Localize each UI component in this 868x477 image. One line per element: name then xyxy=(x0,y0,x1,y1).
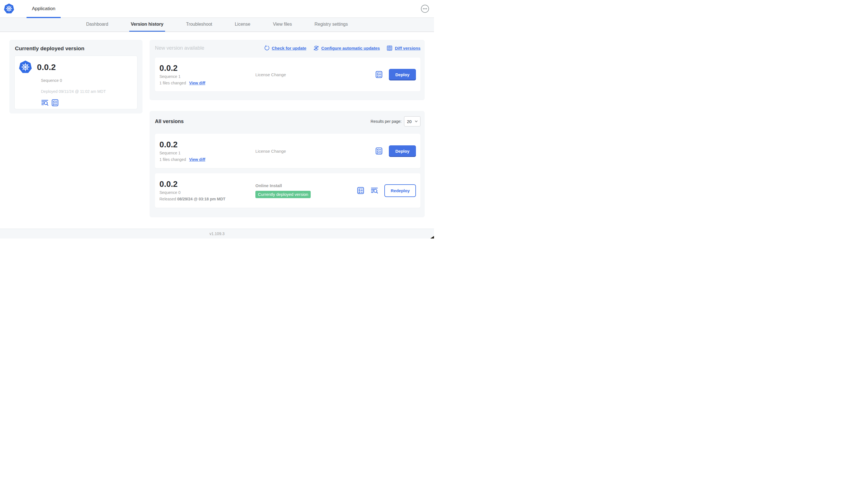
tab-troubleshoot[interactable]: Troubleshoot xyxy=(184,18,214,32)
current-version-meta: Sequence 0 Deployed 09/11/24 @ 11:02 am … xyxy=(41,78,133,107)
version-info: 0.0.2 Sequence 1 1 files changed View di… xyxy=(159,140,255,162)
more-options-icon[interactable] xyxy=(421,4,429,13)
current-version-actions xyxy=(41,99,133,107)
version-action-links: Check for update Configure automatic upd… xyxy=(264,45,421,51)
all-versions-header: All versions Results per page: 20 xyxy=(155,116,421,126)
diff-versions-link[interactable]: Diff versions xyxy=(386,45,421,51)
files-changed-row: 1 files changed View diff xyxy=(159,157,255,162)
all-versions-section: All versions Results per page: 20 0.0.2 … xyxy=(150,111,425,217)
version-info: 0.0.2 Sequence 0 Released 08/29/24 @ 03:… xyxy=(159,180,255,201)
left-column: Currently deployed version xyxy=(9,40,143,229)
kots-admin-console: { "header": { "app_tab_label": "Applicat… xyxy=(0,0,434,239)
active-tab-underline xyxy=(27,17,61,18)
view-deploy-logs-icon[interactable] xyxy=(371,186,378,195)
current-version-number: 0.0.2 xyxy=(37,62,56,72)
version-source-col: Online Install Currently deployed versio… xyxy=(255,183,357,198)
redeploy-button[interactable]: Redeploy xyxy=(384,184,416,197)
files-changed-row: 1 files changed View diff xyxy=(159,81,255,85)
view-diff-link[interactable]: View diff xyxy=(189,81,205,85)
configure-automatic-updates-link[interactable]: Configure automatic updates xyxy=(313,45,380,51)
tab-license[interactable]: License xyxy=(233,18,252,32)
preflight-checks-icon[interactable] xyxy=(357,186,365,195)
currently-deployed-title: Currently deployed version xyxy=(14,46,137,52)
tab-dashboard[interactable]: Dashboard xyxy=(84,18,110,32)
schedule-update-icon xyxy=(313,45,319,51)
version-row-sequence-0: 0.0.2 Sequence 0 Released 08/29/24 @ 03:… xyxy=(155,173,421,208)
currently-deployed-section: Currently deployed version xyxy=(9,40,143,114)
cursor-artifact xyxy=(430,236,434,239)
results-per-page-label: Results per page: xyxy=(371,119,402,124)
results-per-page-value: 20 xyxy=(407,119,412,124)
sequence-label: Sequence 0 xyxy=(159,190,255,195)
preflight-checks-icon[interactable] xyxy=(375,147,383,155)
version-actions: Deploy xyxy=(375,145,416,157)
new-version-header: New version available Check for update C… xyxy=(155,45,421,51)
current-sequence-label: Sequence 0 xyxy=(41,78,133,83)
version-number: 0.0.2 xyxy=(159,180,255,188)
released-date: 08/29/24 @ 03:18 pm MDT xyxy=(177,197,225,201)
view-deploy-logs-icon[interactable] xyxy=(41,99,49,107)
files-changed-label: 1 files changed xyxy=(159,157,186,162)
console-version: v1.109.3 xyxy=(209,232,225,236)
version-source: License Change xyxy=(255,149,286,153)
app-header: Application xyxy=(0,0,434,18)
version-number: 0.0.2 xyxy=(159,140,255,149)
header-actions xyxy=(421,4,429,13)
version-source: Online Install xyxy=(255,183,282,188)
app-tab-label: Application xyxy=(32,6,55,11)
view-diff-link[interactable]: View diff xyxy=(189,157,205,162)
version-source-col: License Change xyxy=(255,149,375,153)
files-changed-label: 1 files changed xyxy=(159,81,186,85)
right-column: New version available Check for update C… xyxy=(150,40,425,229)
new-version-title: New version available xyxy=(155,45,204,51)
version-actions: Deploy xyxy=(375,69,416,81)
kubernetes-logo xyxy=(4,3,14,15)
results-per-page-select[interactable]: 20 xyxy=(404,116,421,126)
deploy-button[interactable]: Deploy xyxy=(389,69,416,81)
results-per-page: Results per page: 20 xyxy=(371,116,421,126)
sequence-label: Sequence 1 xyxy=(159,151,255,155)
currently-deployed-badge: Currently deployed version xyxy=(255,191,311,198)
current-deployed-timestamp: Deployed 09/11/24 @ 11:02 am MDT xyxy=(41,89,133,94)
current-version-row: 0.0.2 xyxy=(18,60,133,74)
currently-deployed-card: 0.0.2 Sequence 0 Deployed 09/11/24 @ 11:… xyxy=(14,56,137,109)
version-source: License Change xyxy=(255,72,286,77)
released-prefix: Released xyxy=(159,197,177,201)
diff-versions-label: Diff versions xyxy=(395,46,421,51)
tab-version-history[interactable]: Version history xyxy=(129,18,165,32)
diff-icon xyxy=(386,45,393,51)
check-for-update-link[interactable]: Check for update xyxy=(264,45,306,51)
chevron-down-icon xyxy=(414,120,418,123)
sequence-label: Sequence 1 xyxy=(159,74,255,79)
version-row-sequence-1: 0.0.2 Sequence 1 1 files changed View di… xyxy=(155,134,421,168)
tab-registry-settings[interactable]: Registry settings xyxy=(313,18,349,32)
app-subnav: Dashboard Version history Troubleshoot L… xyxy=(0,18,434,32)
preflight-checks-icon[interactable] xyxy=(375,70,383,79)
released-timestamp: Released 08/29/24 @ 03:18 pm MDT xyxy=(159,197,255,201)
kubernetes-logo-icon xyxy=(4,3,14,15)
all-versions-title: All versions xyxy=(155,119,184,124)
version-info: 0.0.2 Sequence 1 1 files changed View di… xyxy=(159,64,255,85)
check-for-update-label: Check for update xyxy=(272,46,306,51)
app-tab-application[interactable]: Application xyxy=(27,0,61,18)
preflight-checks-icon[interactable] xyxy=(51,99,59,107)
app-icon xyxy=(18,60,32,74)
tab-view-files[interactable]: View files xyxy=(271,18,293,32)
version-number: 0.0.2 xyxy=(159,64,255,72)
new-version-row: 0.0.2 Sequence 1 1 files changed View di… xyxy=(155,58,421,91)
configure-automatic-updates-label: Configure automatic updates xyxy=(321,46,380,51)
version-source-col: License Change xyxy=(255,72,375,77)
deploy-button[interactable]: Deploy xyxy=(389,145,416,157)
version-actions: Redeploy xyxy=(357,184,416,197)
main-content: Currently deployed version xyxy=(0,32,434,229)
new-version-section: New version available Check for update C… xyxy=(150,40,425,100)
app-footer: v1.109.3 xyxy=(0,229,434,239)
refresh-icon xyxy=(264,45,270,51)
